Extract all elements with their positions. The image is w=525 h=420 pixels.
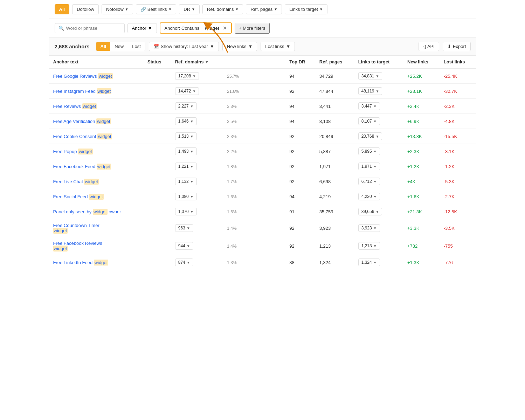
links-target-badge[interactable]: 34,831 ▼: [358, 72, 382, 80]
table-row: Free Cookie Consent widget1,513 ▼2.3%922…: [49, 129, 476, 144]
anchor-link[interactable]: Free Live Chat widget: [53, 179, 99, 185]
links-target-badge[interactable]: 20,768 ▼: [358, 132, 382, 140]
ref-domains-badge[interactable]: 1,646 ▼: [175, 117, 197, 125]
ref-domains-badge[interactable]: 17,208 ▼: [175, 72, 199, 80]
ref-domains-badge[interactable]: 14,472 ▼: [175, 87, 199, 95]
lost-links-btn[interactable]: Lost links ▼: [261, 42, 295, 51]
anchor-link[interactable]: Free Facebook Reviewswidget: [53, 241, 102, 252]
filter-ref-domains-btn[interactable]: Ref. domains ▼: [202, 4, 243, 14]
filter-all-btn[interactable]: All: [55, 4, 70, 14]
filter-dr-btn[interactable]: DR ▼: [179, 4, 200, 14]
anchor-link[interactable]: Free Countdown Timerwidget: [53, 223, 99, 234]
links-target-badge[interactable]: 5,895 ▼: [358, 147, 380, 155]
links-target-badge[interactable]: 1,324 ▼: [358, 259, 380, 266]
filter-nofollow-btn[interactable]: Nofollow ▼: [102, 4, 133, 14]
ref-domains-badge[interactable]: 1,513 ▼: [175, 132, 197, 140]
links-target-badge[interactable]: 4,220 ▼: [358, 193, 380, 200]
links-target-badge[interactable]: 3,923 ▼: [358, 224, 380, 232]
lost-links-arrow: ▼: [286, 44, 290, 49]
anchor-link[interactable]: Free Age Verification widget: [53, 118, 111, 124]
cell-bar: 2.3%: [223, 129, 285, 144]
anchor-link[interactable]: Free Facebook Feed widget: [53, 164, 111, 170]
ref-domains-badge[interactable]: 1,080 ▼: [175, 193, 197, 200]
tab-lost[interactable]: Lost: [128, 42, 145, 51]
cell-top-dr: 94: [285, 68, 315, 84]
ref-domains-badge[interactable]: 874 ▼: [175, 259, 193, 266]
show-history-arrow: ▼: [210, 44, 214, 49]
new-links-arrow: ▼: [248, 44, 253, 49]
pct-label: 1.4%: [227, 226, 236, 231]
links-badge-arrow: ▼: [373, 165, 377, 168]
links-target-badge[interactable]: 39,656 ▼: [358, 208, 382, 215]
links-target-badge[interactable]: 8,107 ▼: [358, 117, 380, 125]
col-top-dr: Top DR: [285, 56, 315, 68]
col-status: Status: [143, 56, 171, 68]
links-target-badge[interactable]: 1,971 ▼: [358, 163, 380, 170]
col-ref-domains[interactable]: Ref. domains ▼: [171, 56, 223, 68]
cell-status: [143, 255, 171, 270]
anchor-link[interactable]: Free Google Reviews widget: [53, 73, 113, 79]
cell-new-links: +732: [403, 237, 440, 255]
cell-ref-domains: 2,227 ▼: [171, 99, 223, 114]
cell-ref-domains: 944 ▼: [171, 237, 223, 255]
links-badge-arrow: ▼: [375, 210, 379, 214]
cell-anchor-text: Free Reviews widget: [49, 99, 143, 114]
cell-top-dr: 94: [285, 99, 315, 114]
links-target-badge[interactable]: 1,213 ▼: [358, 242, 380, 250]
ref-domains-badge[interactable]: 2,227 ▼: [175, 102, 197, 110]
anchor-link[interactable]: Panel only seen by widget owner: [53, 209, 121, 215]
links-badge-arrow: ▼: [373, 226, 377, 230]
filter-best-links-btn[interactable]: 🔗 Best links ▼: [136, 4, 177, 14]
tab-new[interactable]: New: [110, 42, 128, 51]
ref-domains-badge[interactable]: 1,070 ▼: [175, 208, 197, 215]
ref-badge-arrow: ▼: [192, 74, 196, 78]
anchor-link[interactable]: Free Cookie Consent widget: [53, 133, 112, 139]
ref-badge-arrow: ▼: [190, 210, 194, 214]
links-target-badge[interactable]: 3,447 ▼: [358, 102, 380, 110]
filter-dofollow-btn[interactable]: Dofollow: [72, 4, 99, 14]
link-icon: 🔗: [140, 7, 146, 12]
links-target-badge[interactable]: 6,712 ▼: [358, 178, 380, 185]
anchor-link[interactable]: Free Popup widget: [53, 149, 93, 154]
show-history-btn[interactable]: 📅 Show history: Last year ▼: [149, 42, 219, 51]
toolbar: 2,688 anchors All New Lost 📅 Show histor…: [49, 37, 476, 56]
cell-status: [143, 99, 171, 114]
filter-ref-pages-btn[interactable]: Ref. pages ▼: [246, 4, 282, 14]
ref-domains-badge[interactable]: 963 ▼: [175, 224, 193, 232]
anchor-link[interactable]: Free Reviews widget: [53, 103, 97, 109]
anchor-link[interactable]: Free Social Feed widget: [53, 194, 104, 200]
close-filter-btn[interactable]: ✕: [223, 25, 227, 31]
cell-ref-pages: 8,108: [315, 114, 354, 129]
anchor-link[interactable]: Free Instagram Feed widget: [53, 88, 112, 94]
links-target-badge[interactable]: 48,119 ▼: [358, 87, 382, 95]
cell-lost-links: -12.5K: [440, 204, 476, 219]
api-btn[interactable]: {} API: [419, 42, 439, 51]
search-input-wrap[interactable]: 🔍: [55, 23, 125, 33]
anchor-link[interactable]: Free LinkedIn Feed widget: [53, 260, 109, 266]
anchor-dropdown-btn[interactable]: Anchor ▼: [127, 23, 157, 33]
tab-all[interactable]: All: [96, 42, 111, 51]
cell-anchor-text: Free Facebook Reviewswidget: [49, 237, 143, 255]
export-btn[interactable]: ⬇ Export: [443, 42, 471, 51]
ref-badge-arrow: ▼: [190, 165, 194, 168]
ref-domains-badge[interactable]: 1,132 ▼: [175, 178, 197, 185]
cell-bar: 1.4%: [223, 237, 285, 255]
cell-status: [143, 68, 171, 84]
links-badge-arrow: ▼: [373, 261, 377, 264]
best-links-arrow: ▼: [168, 7, 172, 11]
filter-links-to-target-btn[interactable]: Links to target ▼: [285, 4, 327, 14]
cell-anchor-text: Free Facebook Feed widget: [49, 159, 143, 174]
ref-domains-badge[interactable]: 944 ▼: [175, 242, 193, 250]
pct-label: 1.3%: [227, 260, 236, 265]
ref-domains-badge[interactable]: 1,493 ▼: [175, 147, 197, 155]
search-input[interactable]: [66, 26, 115, 31]
more-filters-btn[interactable]: + More filters: [235, 23, 270, 34]
ref-domains-badge[interactable]: 1,221 ▼: [175, 163, 197, 170]
links-badge-arrow: ▼: [373, 119, 377, 123]
cell-ref-domains: 1,132 ▼: [171, 174, 223, 189]
links-badge-arrow: ▼: [375, 135, 379, 138]
cell-new-links: +2.4K: [403, 99, 440, 114]
cell-lost-links: -2.3K: [440, 99, 476, 114]
cell-ref-pages: 34,729: [315, 68, 354, 84]
new-links-btn[interactable]: New links ▼: [222, 42, 257, 51]
